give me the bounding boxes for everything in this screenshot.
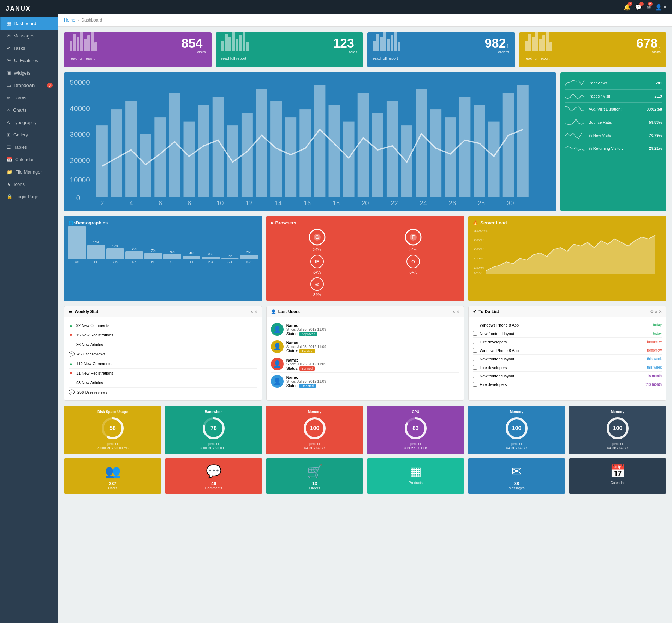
todo-widget: ✔ To Do List ⚙ ∧ ✕ Windows Phone 8 App t… — [468, 306, 666, 401]
widget-controls-todo[interactable]: ⚙ ∧ ✕ — [650, 310, 662, 314]
sidebar-item-widgets[interactable]: ▣ Widgets — [0, 67, 58, 79]
svg-text:IE: IE — [315, 259, 319, 264]
sidebar-item-dropdown[interactable]: ▭ Dropdown 3 — [0, 79, 58, 92]
sidebar-item-typography[interactable]: A Typography — [0, 116, 58, 129]
user-since: Since: Jul 25, 2012 11:09 — [286, 380, 326, 383]
nav-icon: 🔒 — [7, 194, 12, 199]
stat-cards-row: 854↑ visits read full report 123↑ sales … — [64, 32, 666, 67]
svg-text:30000: 30000 — [70, 130, 90, 138]
todo-checkbox[interactable] — [473, 331, 477, 336]
stat-link[interactable]: read full report — [525, 56, 661, 60]
sidebar-item-login-page[interactable]: 🔒 Login Page — [0, 190, 58, 203]
nav-badge: 3 — [47, 83, 53, 88]
stat-num: 678↓ — [636, 37, 661, 50]
nav-icon: ☰ — [7, 145, 11, 150]
todo-item: New frontend layout today — [473, 329, 662, 338]
svg-text:O: O — [411, 259, 415, 264]
todo-text: Windows Phone 8 App — [480, 348, 519, 353]
todo-checkbox[interactable] — [473, 374, 477, 378]
todo-checkbox[interactable] — [473, 348, 477, 353]
sidebar-item-charts[interactable]: △ Charts — [0, 104, 58, 116]
stat-num: 982↑ — [484, 37, 509, 50]
sidebar-item-tasks[interactable]: ✔ Tasks — [0, 42, 58, 54]
gauge-canvas: 100 — [605, 416, 630, 441]
widget-controls[interactable]: ∧ ✕ — [250, 310, 257, 314]
gauge-card-4: Memory 100 percent 64 GB / 64 GB — [468, 406, 565, 454]
stat-link[interactable]: read full report — [70, 56, 206, 60]
user-status: Status: Approved — [286, 331, 326, 336]
mini-bar — [94, 42, 97, 51]
nav-icon: 👁 — [7, 58, 11, 63]
gauge-unit: percent — [572, 442, 664, 446]
comments-icon[interactable]: 💬3 — [635, 4, 642, 11]
line-icon: — — [69, 380, 73, 386]
sidebar-item-dashboard[interactable]: ▦ Dashboard — [0, 17, 58, 30]
demo-pct: 1% — [227, 254, 232, 258]
svg-text:30: 30 — [507, 199, 514, 207]
widget-controls-users[interactable]: ∧ ✕ — [452, 310, 459, 314]
user-item: 👤 Name: Since: Jul 25, 2012 11:09 Status… — [271, 355, 460, 373]
stat-link[interactable]: read full report — [373, 56, 509, 60]
gauge-cards-row: Disk Space Usage 58 percent 29000 MB / 5… — [64, 406, 666, 454]
svg-text:0: 0 — [76, 194, 80, 202]
browser-ie: IE 34% — [270, 254, 364, 274]
icon-card-label: Products — [370, 481, 462, 485]
gauge-canvas: 83 — [403, 416, 428, 441]
widgets-row: ☰ Weekly Stat ∧ ✕ ▲92 New Comments▼15 Ne… — [64, 306, 666, 401]
weekly-stat-text: 45 User reviews — [77, 352, 105, 356]
demo-bar-col: 16% PL — [87, 241, 105, 264]
todo-header: ✔ To Do List ⚙ ∧ ✕ — [469, 306, 666, 317]
gauge-label: CPU — [370, 410, 462, 414]
mini-bar — [376, 34, 379, 51]
gauge-canvas: 58 — [100, 416, 125, 441]
notifications-icon[interactable]: 🔔7 — [624, 4, 631, 11]
mini-bar — [225, 34, 228, 51]
todo-checkbox[interactable] — [473, 340, 477, 344]
svg-text:4: 4 — [130, 199, 133, 207]
nav-label: Tasks — [13, 46, 25, 51]
todo-checkbox[interactable] — [473, 357, 477, 361]
svg-rect-28 — [416, 89, 427, 197]
sidebar-item-ui-features[interactable]: 👁 UI Features — [0, 54, 58, 67]
sidebar-item-icons[interactable]: ★ Icons — [0, 178, 58, 190]
sidebar-item-file-manager[interactable]: 📁 File Manager — [0, 166, 58, 178]
stat-panel-value: 59,83% — [649, 120, 662, 124]
icon-card-count: 13 — [269, 481, 361, 486]
browsers-title: ● Browsers — [270, 220, 460, 225]
gauge-num: 100 — [512, 425, 522, 431]
bar-chart-svg: 50000 40000 30000 20000 10000 0 — [68, 77, 552, 207]
svg-text:0%: 0% — [474, 271, 482, 274]
icon-card-icon: 📅 — [572, 464, 664, 479]
stats-panel-row: Avg. Visit Duration: 00:02:58 — [565, 103, 662, 116]
user-menu-icon[interactable]: 👤 ▾ — [655, 4, 666, 11]
svg-rect-34 — [503, 93, 514, 197]
todo-checkbox[interactable] — [473, 323, 477, 327]
todo-date: this week — [647, 365, 662, 369]
sidebar-item-messages[interactable]: ✉ Messages — [0, 30, 58, 42]
demo-bar-col: 3% RU — [202, 252, 219, 264]
todo-checkbox[interactable] — [473, 365, 477, 370]
svg-rect-17 — [256, 89, 267, 197]
stat-num: 123↑ — [333, 37, 357, 50]
sidebar-item-forms[interactable]: ✏ Forms — [0, 92, 58, 104]
sidebar-item-tables[interactable]: ☰ Tables — [0, 141, 58, 153]
stat-panel-value: 29,21% — [649, 146, 662, 151]
nav-label: Dashboard — [14, 21, 36, 26]
todo-checkbox[interactable] — [473, 382, 477, 387]
sidebar-item-calendar[interactable]: 📅 Calendar — [0, 153, 58, 166]
gauge-label: Disk Space Usage — [67, 410, 159, 414]
mini-bar — [80, 32, 83, 51]
mail-icon[interactable]: ✉2 — [646, 4, 651, 11]
sidebar-item-gallery[interactable]: ⊞ Gallery — [0, 129, 58, 141]
demo-bar — [202, 257, 219, 259]
stats-panel-row: Bounce Rate: 59,83% — [565, 116, 662, 129]
stat-mini-chart — [565, 105, 586, 113]
mini-bar — [73, 34, 76, 51]
demo-pct: 7% — [151, 249, 156, 252]
demo-bar — [163, 254, 181, 259]
svg-rect-25 — [372, 113, 383, 197]
stat-link[interactable]: read full report — [221, 56, 358, 60]
last-users-title: Last Users — [278, 309, 300, 314]
home-link[interactable]: Home — [64, 18, 75, 23]
todo-date: tomorrow — [647, 340, 662, 344]
